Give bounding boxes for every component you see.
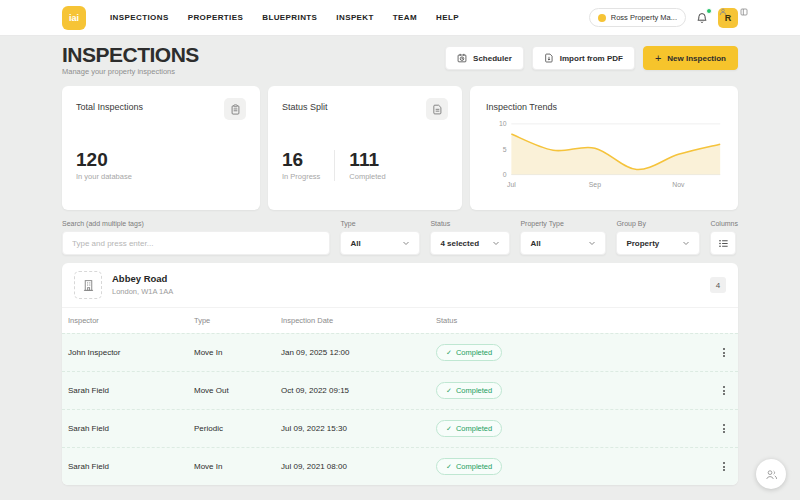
total-inspections-caption: In your database <box>76 172 246 181</box>
check-icon: ✓ <box>446 387 452 395</box>
scheduler-label: Scheduler <box>473 54 512 63</box>
status-badge: ✓Completed <box>436 458 502 475</box>
group-by-value: Property <box>626 239 659 248</box>
chevron-down-icon <box>402 239 410 247</box>
cell-type: Move Out <box>194 386 281 395</box>
app-logo[interactable]: iai <box>62 6 86 30</box>
cell-inspector: Sarah Field <box>68 462 194 471</box>
svg-text:10: 10 <box>499 120 507 127</box>
columns-button[interactable] <box>710 231 736 255</box>
cell-date: Oct 09, 2022 09:15 <box>281 386 436 395</box>
total-card-title: Total Inspections <box>76 98 143 112</box>
plus-icon: + <box>655 53 661 64</box>
property-type-value: All <box>530 239 540 248</box>
check-icon: ✓ <box>446 349 452 357</box>
nav-item-properties[interactable]: PROPERTIES <box>188 13 244 22</box>
group-count-badge: 4 <box>710 277 726 293</box>
search-input[interactable] <box>62 231 330 255</box>
property-type-label: Property Type <box>520 220 606 227</box>
chevron-down-icon <box>492 239 500 247</box>
cell-type: Move In <box>194 348 281 357</box>
row-menu-button[interactable] <box>720 382 728 399</box>
account-selector[interactable]: Ross Property Ma... <box>589 8 686 27</box>
group-by-label: Group By <box>616 220 700 227</box>
cell-date: Jul 09, 2021 08:00 <box>281 462 436 471</box>
col-status: Status <box>436 316 704 325</box>
file-import-icon <box>544 53 554 63</box>
top-nav: iai INSPECTIONS PROPERTIES BLUEPRINTS IN… <box>0 0 800 36</box>
page-subtitle: Manage your property inspections <box>62 67 199 76</box>
scheduler-button[interactable]: Scheduler <box>445 46 524 70</box>
total-inspections-card: Total Inspections 120 In your database <box>62 86 260 210</box>
table-row[interactable]: John Inspector Move In Jan 09, 2025 12:0… <box>62 333 738 371</box>
property-type-select[interactable]: All <box>520 231 606 255</box>
cell-date: Jan 09, 2025 12:00 <box>281 348 436 357</box>
new-inspection-label: New Inspection <box>667 54 726 63</box>
table-row[interactable]: Sarah Field Move In Jul 09, 2021 08:00 ✓… <box>62 447 738 485</box>
page-title: INSPECTIONS <box>62 44 199 65</box>
svg-text:5: 5 <box>503 146 507 153</box>
person-icon <box>719 2 727 20</box>
type-label: Type <box>340 220 420 227</box>
completed-label: Completed <box>349 172 385 181</box>
account-name: Ross Property Ma... <box>611 13 677 22</box>
row-menu-button[interactable] <box>720 344 728 361</box>
nav-item-blueprints[interactable]: BLUEPRINTS <box>262 13 317 22</box>
import-from-pdf-button[interactable]: Import from PDF <box>532 46 635 70</box>
people-icon <box>765 468 778 481</box>
search-label: Search (add multiple tags) <box>62 220 330 227</box>
divider <box>334 150 335 181</box>
list-columns-icon <box>718 238 729 249</box>
notification-dot <box>706 8 712 14</box>
table-row[interactable]: Sarah Field Periodic Jul 09, 2022 15:30 … <box>62 409 738 447</box>
property-group-header[interactable]: Abbey Road London, W1A 1AA 4 <box>62 263 738 307</box>
nav-item-inspections[interactable]: INSPECTIONS <box>110 13 169 22</box>
cell-inspector: Sarah Field <box>68 424 194 433</box>
org-dot-icon <box>598 14 606 22</box>
cell-inspector: John Inspector <box>68 348 194 357</box>
total-inspections-value: 120 <box>76 150 246 169</box>
group-by-select[interactable]: Property <box>616 231 700 255</box>
svg-text:Nov: Nov <box>672 181 685 188</box>
nav-item-help[interactable]: HELP <box>436 13 459 22</box>
nav-item-inspekt[interactable]: INSPEKT <box>336 13 373 22</box>
status-value: 4 selected <box>440 239 479 248</box>
check-icon: ✓ <box>446 463 452 471</box>
calendar-clock-icon <box>457 53 467 63</box>
inspections-table: Abbey Road London, W1A 1AA 4 Inspector T… <box>62 263 738 485</box>
svg-text:Jul: Jul <box>507 181 516 188</box>
property-name: Abbey Road <box>112 274 173 284</box>
status-split-card: Status Split 16 In Progress 111 Complete… <box>268 86 462 210</box>
chevron-down-icon <box>588 239 596 247</box>
notifications-button[interactable] <box>694 10 710 26</box>
status-badge: ✓Completed <box>436 344 502 361</box>
table-row[interactable]: Sarah Field Move Out Oct 09, 2022 09:15 … <box>62 371 738 409</box>
completed-value: 111 <box>349 150 385 169</box>
cell-inspector: Sarah Field <box>68 386 194 395</box>
panel-icon <box>740 2 748 20</box>
new-inspection-button[interactable]: + New Inspection <box>643 46 738 70</box>
status-select[interactable]: 4 selected <box>430 231 510 255</box>
col-inspection-date: Inspection Date <box>281 316 436 325</box>
in-progress-label: In Progress <box>282 172 320 181</box>
row-menu-button[interactable] <box>720 458 728 475</box>
support-chat-button[interactable] <box>756 459 786 489</box>
check-icon: ✓ <box>446 425 452 433</box>
import-pdf-label: Import from PDF <box>560 54 623 63</box>
cell-type: Periodic <box>194 424 281 433</box>
chevron-down-icon <box>682 239 690 247</box>
table-header-row: Inspector Type Inspection Date Status <box>62 307 738 333</box>
cell-type: Move In <box>194 462 281 471</box>
cell-date: Jul 09, 2022 15:30 <box>281 424 436 433</box>
property-address: London, W1A 1AA <box>112 287 173 296</box>
inspection-trends-card: Inspection Trends 0510JulSepNov <box>470 86 738 210</box>
row-menu-button[interactable] <box>720 420 728 437</box>
type-select[interactable]: All <box>340 231 420 255</box>
type-value: All <box>350 239 360 248</box>
nav-item-team[interactable]: TEAM <box>393 13 417 22</box>
col-inspector: Inspector <box>68 316 194 325</box>
main-nav-links: INSPECTIONS PROPERTIES BLUEPRINTS INSPEK… <box>110 13 459 22</box>
svg-text:0: 0 <box>503 171 507 178</box>
clipboard-icon <box>224 98 246 120</box>
status-badge: ✓Completed <box>436 382 502 399</box>
